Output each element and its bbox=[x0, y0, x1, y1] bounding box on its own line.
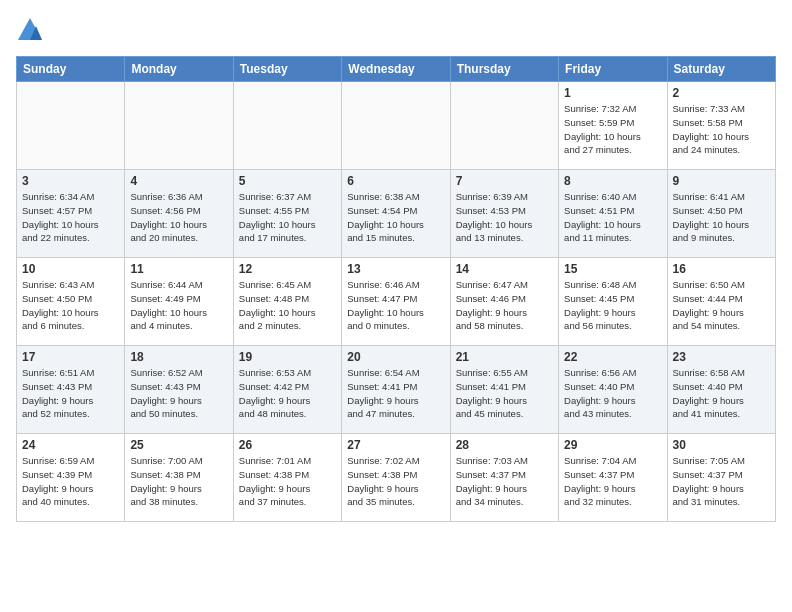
day-info: Sunrise: 6:47 AM Sunset: 4:46 PM Dayligh… bbox=[456, 278, 553, 333]
day-info: Sunrise: 6:43 AM Sunset: 4:50 PM Dayligh… bbox=[22, 278, 119, 333]
calendar-cell: 5Sunrise: 6:37 AM Sunset: 4:55 PM Daylig… bbox=[233, 170, 341, 258]
calendar-cell bbox=[450, 82, 558, 170]
calendar-cell: 15Sunrise: 6:48 AM Sunset: 4:45 PM Dayli… bbox=[559, 258, 667, 346]
day-info: Sunrise: 6:51 AM Sunset: 4:43 PM Dayligh… bbox=[22, 366, 119, 421]
day-info: Sunrise: 6:53 AM Sunset: 4:42 PM Dayligh… bbox=[239, 366, 336, 421]
day-info: Sunrise: 6:39 AM Sunset: 4:53 PM Dayligh… bbox=[456, 190, 553, 245]
day-number: 24 bbox=[22, 438, 119, 452]
calendar-cell: 12Sunrise: 6:45 AM Sunset: 4:48 PM Dayli… bbox=[233, 258, 341, 346]
day-number: 5 bbox=[239, 174, 336, 188]
calendar-cell bbox=[342, 82, 450, 170]
day-number: 10 bbox=[22, 262, 119, 276]
calendar-cell bbox=[233, 82, 341, 170]
day-number: 18 bbox=[130, 350, 227, 364]
calendar-cell: 4Sunrise: 6:36 AM Sunset: 4:56 PM Daylig… bbox=[125, 170, 233, 258]
calendar-body: 1Sunrise: 7:32 AM Sunset: 5:59 PM Daylig… bbox=[17, 82, 776, 522]
day-info: Sunrise: 6:46 AM Sunset: 4:47 PM Dayligh… bbox=[347, 278, 444, 333]
day-info: Sunrise: 7:02 AM Sunset: 4:38 PM Dayligh… bbox=[347, 454, 444, 509]
day-number: 28 bbox=[456, 438, 553, 452]
calendar-cell: 21Sunrise: 6:55 AM Sunset: 4:41 PM Dayli… bbox=[450, 346, 558, 434]
logo bbox=[16, 16, 48, 44]
header-saturday: Saturday bbox=[667, 57, 775, 82]
day-number: 25 bbox=[130, 438, 227, 452]
day-info: Sunrise: 7:33 AM Sunset: 5:58 PM Dayligh… bbox=[673, 102, 770, 157]
calendar-cell: 20Sunrise: 6:54 AM Sunset: 4:41 PM Dayli… bbox=[342, 346, 450, 434]
calendar-header-row: Sunday Monday Tuesday Wednesday Thursday… bbox=[17, 57, 776, 82]
calendar-week-4: 17Sunrise: 6:51 AM Sunset: 4:43 PM Dayli… bbox=[17, 346, 776, 434]
logo-icon bbox=[16, 16, 44, 44]
day-info: Sunrise: 6:40 AM Sunset: 4:51 PM Dayligh… bbox=[564, 190, 661, 245]
calendar-cell: 29Sunrise: 7:04 AM Sunset: 4:37 PM Dayli… bbox=[559, 434, 667, 522]
day-number: 30 bbox=[673, 438, 770, 452]
day-number: 26 bbox=[239, 438, 336, 452]
day-number: 20 bbox=[347, 350, 444, 364]
calendar-cell: 2Sunrise: 7:33 AM Sunset: 5:58 PM Daylig… bbox=[667, 82, 775, 170]
header-row bbox=[16, 16, 776, 44]
calendar-cell: 22Sunrise: 6:56 AM Sunset: 4:40 PM Dayli… bbox=[559, 346, 667, 434]
day-info: Sunrise: 6:54 AM Sunset: 4:41 PM Dayligh… bbox=[347, 366, 444, 421]
day-number: 19 bbox=[239, 350, 336, 364]
day-info: Sunrise: 6:58 AM Sunset: 4:40 PM Dayligh… bbox=[673, 366, 770, 421]
day-info: Sunrise: 6:34 AM Sunset: 4:57 PM Dayligh… bbox=[22, 190, 119, 245]
calendar-cell: 16Sunrise: 6:50 AM Sunset: 4:44 PM Dayli… bbox=[667, 258, 775, 346]
day-number: 3 bbox=[22, 174, 119, 188]
calendar-cell: 25Sunrise: 7:00 AM Sunset: 4:38 PM Dayli… bbox=[125, 434, 233, 522]
day-info: Sunrise: 6:37 AM Sunset: 4:55 PM Dayligh… bbox=[239, 190, 336, 245]
day-info: Sunrise: 7:03 AM Sunset: 4:37 PM Dayligh… bbox=[456, 454, 553, 509]
calendar-table: Sunday Monday Tuesday Wednesday Thursday… bbox=[16, 56, 776, 522]
calendar-cell: 7Sunrise: 6:39 AM Sunset: 4:53 PM Daylig… bbox=[450, 170, 558, 258]
calendar-cell: 11Sunrise: 6:44 AM Sunset: 4:49 PM Dayli… bbox=[125, 258, 233, 346]
calendar-cell: 28Sunrise: 7:03 AM Sunset: 4:37 PM Dayli… bbox=[450, 434, 558, 522]
page-container: Sunday Monday Tuesday Wednesday Thursday… bbox=[0, 0, 792, 530]
calendar-week-2: 3Sunrise: 6:34 AM Sunset: 4:57 PM Daylig… bbox=[17, 170, 776, 258]
day-number: 29 bbox=[564, 438, 661, 452]
day-info: Sunrise: 7:01 AM Sunset: 4:38 PM Dayligh… bbox=[239, 454, 336, 509]
day-info: Sunrise: 6:48 AM Sunset: 4:45 PM Dayligh… bbox=[564, 278, 661, 333]
day-info: Sunrise: 7:32 AM Sunset: 5:59 PM Dayligh… bbox=[564, 102, 661, 157]
day-info: Sunrise: 6:44 AM Sunset: 4:49 PM Dayligh… bbox=[130, 278, 227, 333]
calendar-cell: 17Sunrise: 6:51 AM Sunset: 4:43 PM Dayli… bbox=[17, 346, 125, 434]
header-thursday: Thursday bbox=[450, 57, 558, 82]
day-number: 17 bbox=[22, 350, 119, 364]
day-number: 8 bbox=[564, 174, 661, 188]
day-number: 13 bbox=[347, 262, 444, 276]
day-info: Sunrise: 6:59 AM Sunset: 4:39 PM Dayligh… bbox=[22, 454, 119, 509]
day-info: Sunrise: 6:45 AM Sunset: 4:48 PM Dayligh… bbox=[239, 278, 336, 333]
calendar-cell: 18Sunrise: 6:52 AM Sunset: 4:43 PM Dayli… bbox=[125, 346, 233, 434]
day-number: 9 bbox=[673, 174, 770, 188]
calendar-cell: 1Sunrise: 7:32 AM Sunset: 5:59 PM Daylig… bbox=[559, 82, 667, 170]
header-wednesday: Wednesday bbox=[342, 57, 450, 82]
day-number: 27 bbox=[347, 438, 444, 452]
day-number: 2 bbox=[673, 86, 770, 100]
day-number: 21 bbox=[456, 350, 553, 364]
day-number: 1 bbox=[564, 86, 661, 100]
day-number: 7 bbox=[456, 174, 553, 188]
calendar-week-5: 24Sunrise: 6:59 AM Sunset: 4:39 PM Dayli… bbox=[17, 434, 776, 522]
calendar-cell: 13Sunrise: 6:46 AM Sunset: 4:47 PM Dayli… bbox=[342, 258, 450, 346]
day-info: Sunrise: 7:00 AM Sunset: 4:38 PM Dayligh… bbox=[130, 454, 227, 509]
calendar-cell: 8Sunrise: 6:40 AM Sunset: 4:51 PM Daylig… bbox=[559, 170, 667, 258]
calendar-cell: 19Sunrise: 6:53 AM Sunset: 4:42 PM Dayli… bbox=[233, 346, 341, 434]
day-info: Sunrise: 6:38 AM Sunset: 4:54 PM Dayligh… bbox=[347, 190, 444, 245]
day-number: 22 bbox=[564, 350, 661, 364]
calendar-week-1: 1Sunrise: 7:32 AM Sunset: 5:59 PM Daylig… bbox=[17, 82, 776, 170]
day-info: Sunrise: 6:36 AM Sunset: 4:56 PM Dayligh… bbox=[130, 190, 227, 245]
header-monday: Monday bbox=[125, 57, 233, 82]
day-info: Sunrise: 6:50 AM Sunset: 4:44 PM Dayligh… bbox=[673, 278, 770, 333]
calendar-cell: 30Sunrise: 7:05 AM Sunset: 4:37 PM Dayli… bbox=[667, 434, 775, 522]
day-number: 16 bbox=[673, 262, 770, 276]
calendar-cell: 10Sunrise: 6:43 AM Sunset: 4:50 PM Dayli… bbox=[17, 258, 125, 346]
day-info: Sunrise: 7:04 AM Sunset: 4:37 PM Dayligh… bbox=[564, 454, 661, 509]
day-number: 11 bbox=[130, 262, 227, 276]
day-number: 4 bbox=[130, 174, 227, 188]
day-number: 14 bbox=[456, 262, 553, 276]
header-sunday: Sunday bbox=[17, 57, 125, 82]
header-tuesday: Tuesday bbox=[233, 57, 341, 82]
day-number: 15 bbox=[564, 262, 661, 276]
calendar-cell: 24Sunrise: 6:59 AM Sunset: 4:39 PM Dayli… bbox=[17, 434, 125, 522]
calendar-cell: 23Sunrise: 6:58 AM Sunset: 4:40 PM Dayli… bbox=[667, 346, 775, 434]
day-info: Sunrise: 6:41 AM Sunset: 4:50 PM Dayligh… bbox=[673, 190, 770, 245]
calendar-cell: 9Sunrise: 6:41 AM Sunset: 4:50 PM Daylig… bbox=[667, 170, 775, 258]
header-friday: Friday bbox=[559, 57, 667, 82]
calendar-cell: 3Sunrise: 6:34 AM Sunset: 4:57 PM Daylig… bbox=[17, 170, 125, 258]
